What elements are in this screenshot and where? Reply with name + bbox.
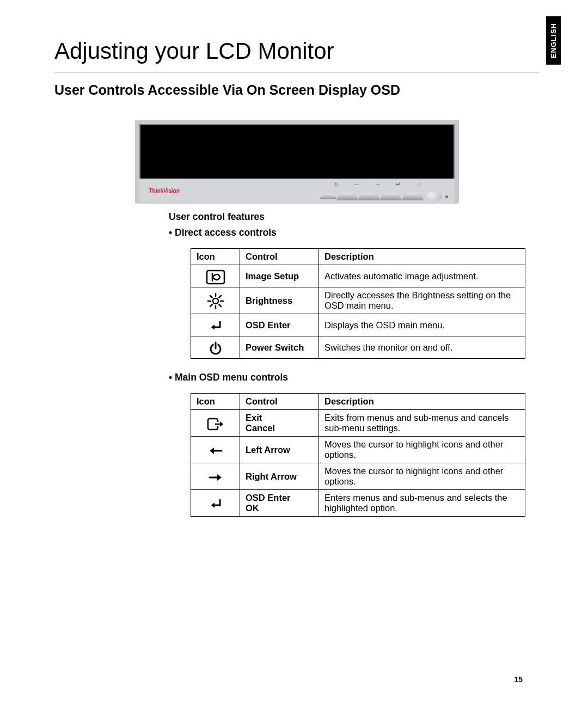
table-row: Left Arrow Moves the cursor to highlight… bbox=[191, 437, 525, 463]
control-label: Power Switch bbox=[240, 336, 319, 359]
bezel-icon-row: ⎋ ← → ↵ ☼ bbox=[334, 181, 421, 188]
control-label: ExitCancel bbox=[240, 410, 319, 437]
enter-icon bbox=[191, 314, 240, 336]
control-description: Exits from menus and sub-menus and cance… bbox=[319, 410, 525, 437]
bezel-power-button bbox=[424, 192, 442, 201]
control-description: Moves the cursor to highlight icons and … bbox=[319, 463, 525, 490]
table-row: Power Switch Switches the monitor on and… bbox=[191, 336, 525, 359]
brightness-icon bbox=[191, 287, 240, 314]
bezel-button bbox=[358, 193, 380, 200]
table-header-row: Icon Control Description bbox=[191, 249, 525, 265]
monitor-screen bbox=[139, 124, 455, 179]
svg-point-1 bbox=[213, 298, 218, 304]
page-number: 15 bbox=[514, 675, 523, 684]
table-row: OSD EnterOK Enters menus and sub-menus a… bbox=[191, 490, 525, 517]
header-icon: Icon bbox=[191, 249, 240, 265]
control-description: Displays the OSD main menu. bbox=[319, 314, 525, 336]
table-row: OSD Enter Displays the OSD main menu. bbox=[191, 314, 525, 336]
control-description: Switches the monitor on and off. bbox=[319, 336, 525, 359]
control-description: Activates automatic image adjustment. bbox=[319, 265, 525, 287]
svg-line-9 bbox=[219, 296, 221, 298]
control-label: Brightness bbox=[240, 287, 319, 314]
bezel-button bbox=[380, 193, 402, 200]
brightness-icon: ☼ bbox=[416, 181, 421, 188]
control-label: OSD EnterOK bbox=[240, 490, 319, 517]
control-label: OSD Enter bbox=[240, 314, 319, 336]
control-label: Right Arrow bbox=[240, 463, 319, 490]
enter-icon bbox=[191, 490, 240, 517]
page-subtitle: User Controls Accessible Via On Screen D… bbox=[54, 82, 539, 98]
direct-access-heading: Direct access controls bbox=[169, 227, 539, 238]
power-icon bbox=[191, 336, 240, 359]
table-row: Brightness Directly accesses the Brightn… bbox=[191, 287, 525, 314]
header-icon: Icon bbox=[191, 394, 240, 410]
control-description: Moves the cursor to highlight icons and … bbox=[319, 437, 525, 463]
right-arrow-icon bbox=[191, 463, 240, 490]
main-osd-heading: Main OSD menu controls bbox=[169, 372, 539, 383]
left-arrow-icon: ← bbox=[353, 181, 359, 188]
bezel-button bbox=[336, 193, 358, 200]
monitor-brand-label: ThinkVision bbox=[149, 188, 180, 194]
svg-rect-0 bbox=[207, 271, 224, 284]
direct-access-table: Icon Control Description Image Setup Act… bbox=[191, 248, 525, 359]
bezel-button bbox=[402, 193, 424, 200]
main-osd-table: Icon Control Description ExitCancel Exit… bbox=[191, 393, 525, 517]
bezel-button bbox=[320, 194, 336, 199]
svg-line-6 bbox=[210, 296, 212, 298]
svg-line-7 bbox=[219, 304, 221, 307]
left-arrow-icon bbox=[191, 437, 240, 463]
manual-page: ENGLISH Adjusting your LCD Monitor User … bbox=[0, 0, 588, 711]
table-row: Image Setup Activates automatic image ad… bbox=[191, 265, 525, 287]
header-control: Control bbox=[240, 249, 319, 265]
title-rule bbox=[54, 72, 539, 72]
exit-icon: ⎋ bbox=[334, 181, 338, 188]
header-control: Control bbox=[240, 394, 319, 410]
monitor-bezel: ThinkVision ⎋ ← → ↵ ☼ bbox=[139, 179, 455, 203]
power-led bbox=[445, 195, 448, 198]
right-arrow-icon: → bbox=[375, 181, 381, 188]
svg-line-8 bbox=[210, 304, 212, 307]
enter-icon: ↵ bbox=[396, 181, 401, 188]
exit-icon bbox=[191, 410, 240, 437]
bezel-buttons bbox=[320, 192, 448, 201]
monitor-illustration: ThinkVision ⎋ ← → ↵ ☼ bbox=[135, 120, 459, 204]
table-row: ExitCancel Exits from menus and sub-menu… bbox=[191, 410, 525, 437]
table-row: Right Arrow Moves the cursor to highligh… bbox=[191, 463, 525, 490]
control-description: Directly accesses the Brightness setting… bbox=[319, 287, 525, 314]
page-title: Adjusting your LCD Monitor bbox=[54, 38, 539, 64]
header-description: Description bbox=[319, 249, 525, 265]
features-heading: User control features bbox=[169, 211, 539, 223]
control-label: Left Arrow bbox=[240, 437, 319, 463]
image-setup-icon bbox=[191, 265, 240, 287]
language-tab: ENGLISH bbox=[546, 16, 561, 65]
control-label: Image Setup bbox=[240, 265, 319, 287]
control-description: Enters menus and sub-menus and selects t… bbox=[319, 490, 525, 517]
table-header-row: Icon Control Description bbox=[191, 394, 525, 410]
header-description: Description bbox=[319, 394, 525, 410]
